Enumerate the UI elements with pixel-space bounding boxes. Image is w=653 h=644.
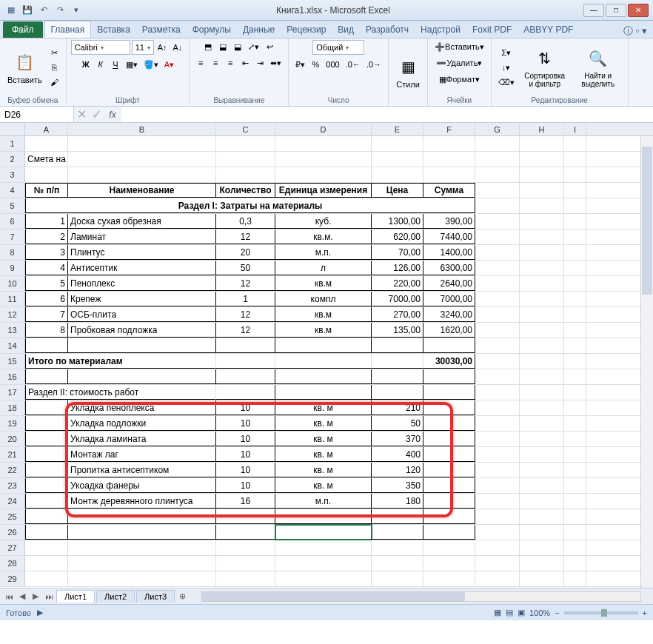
cell[interactable] <box>564 571 586 586</box>
cell[interactable] <box>564 152 586 167</box>
cell[interactable] <box>372 136 423 151</box>
cell[interactable]: 7000,00 <box>372 292 423 306</box>
cell[interactable] <box>520 167 564 182</box>
cell[interactable] <box>372 540 423 555</box>
tab-addins[interactable]: Надстрой <box>415 21 466 38</box>
row-header[interactable]: 27 <box>0 540 25 555</box>
cell[interactable] <box>564 183 586 198</box>
cell[interactable]: Пеноплекс <box>68 276 216 291</box>
tab-review[interactable]: Рецензир <box>281 21 332 38</box>
cell[interactable] <box>475 198 520 213</box>
col-header[interactable]: D <box>275 123 372 135</box>
cell[interactable]: 1 <box>216 292 275 306</box>
cell[interactable] <box>423 167 475 182</box>
cell[interactable] <box>68 525 216 540</box>
cell[interactable]: Плинтус <box>68 245 216 260</box>
cell[interactable] <box>564 540 586 555</box>
cell[interactable] <box>475 152 520 167</box>
cell[interactable] <box>564 214 586 229</box>
cell[interactable] <box>475 183 520 198</box>
macro-icon[interactable]: ▶ <box>37 608 43 617</box>
cell[interactable] <box>25 509 68 524</box>
cell[interactable] <box>423 463 475 477</box>
cell[interactable] <box>372 369 423 384</box>
row-header[interactable]: 8 <box>0 245 25 260</box>
row-header[interactable]: 13 <box>0 323 25 338</box>
cell[interactable] <box>520 136 564 151</box>
indent-dec-icon[interactable]: ⇤ <box>238 56 252 70</box>
cell[interactable] <box>475 385 520 400</box>
cell[interactable]: 180 <box>372 494 423 509</box>
save-icon[interactable]: 💾 <box>21 4 34 17</box>
cell[interactable] <box>520 463 564 477</box>
cell[interactable] <box>216 571 275 586</box>
cell[interactable] <box>475 540 520 555</box>
cell[interactable] <box>423 509 475 524</box>
sheet-nav-next-icon[interactable]: ▶ <box>30 591 41 601</box>
copy-icon[interactable]: ⎘ <box>48 61 61 74</box>
sheet-nav-last-icon[interactable]: ⏭ <box>43 592 55 601</box>
cell[interactable] <box>475 369 520 384</box>
inc-decimal-icon[interactable]: .0← <box>344 58 363 71</box>
cell[interactable] <box>423 338 475 353</box>
cell[interactable]: 50 <box>216 261 275 275</box>
cell[interactable] <box>475 261 520 275</box>
cell[interactable] <box>275 509 372 524</box>
row-header[interactable]: 28 <box>0 556 25 571</box>
cell[interactable] <box>564 354 586 369</box>
cell[interactable]: Количество <box>216 183 275 198</box>
cell[interactable] <box>216 385 275 400</box>
align-right-icon[interactable]: ≡ <box>224 56 237 70</box>
cell[interactable] <box>423 525 475 540</box>
cell[interactable] <box>372 556 423 571</box>
number-format-select[interactable]: Общий <box>312 40 364 55</box>
cell[interactable] <box>475 276 520 291</box>
cell[interactable]: 620,00 <box>372 229 423 244</box>
tab-abbyy[interactable]: ABBYY PDF <box>518 21 579 38</box>
cell[interactable] <box>423 494 475 509</box>
worksheet-grid[interactable]: A B C D E F G H I 12Смета на работы34№ п… <box>0 123 653 588</box>
zoom-out-icon[interactable]: − <box>555 608 559 617</box>
cell[interactable]: компл <box>275 292 372 306</box>
col-header[interactable]: I <box>564 123 586 135</box>
cell[interactable]: 12 <box>216 323 275 338</box>
merge-icon[interactable]: ⬌▾ <box>268 56 284 70</box>
cell[interactable]: Раздел II: стоимость работ <box>25 385 216 400</box>
cell[interactable] <box>520 323 564 338</box>
sheet-nav-prev-icon[interactable]: ◀ <box>16 591 28 601</box>
cell[interactable] <box>423 478 475 493</box>
tab-layout[interactable]: Разметка <box>136 21 187 38</box>
cell[interactable]: 7440,00 <box>423 229 475 244</box>
cell[interactable]: м.п. <box>275 494 372 509</box>
cell[interactable]: Раздел I: Затраты на материалы <box>25 198 475 213</box>
cell[interactable] <box>564 307 586 322</box>
formula-input[interactable] <box>121 107 653 122</box>
cell[interactable]: 2 <box>25 229 68 244</box>
row-header[interactable]: 11 <box>0 292 25 306</box>
cell[interactable] <box>423 540 475 555</box>
cell[interactable] <box>275 167 372 182</box>
font-color-button[interactable]: A▾ <box>162 58 176 71</box>
cell[interactable] <box>475 214 520 229</box>
col-header[interactable]: G <box>475 123 520 135</box>
clear-icon[interactable]: ⌫▾ <box>496 76 517 89</box>
align-bottom-icon[interactable]: ⬓ <box>231 40 244 53</box>
tab-foxit[interactable]: Foxit PDF <box>466 21 518 38</box>
sort-filter-button[interactable]: ⇅ Сортировка и фильтр <box>520 45 570 90</box>
cell[interactable]: кв. м <box>275 400 372 415</box>
cell[interactable] <box>423 571 475 586</box>
row-header[interactable]: 21 <box>0 447 25 462</box>
cell[interactable] <box>275 571 372 586</box>
sheet-tab[interactable]: Лист3 <box>136 590 175 603</box>
help-icon[interactable]: ⓘ ▫ ▾ <box>623 24 647 38</box>
cell[interactable] <box>25 369 68 384</box>
insert-cells-button[interactable]: ➕ Вставить ▾ <box>432 40 486 53</box>
fill-color-button[interactable]: 🪣▾ <box>141 58 161 71</box>
cell[interactable] <box>25 478 68 493</box>
col-header[interactable]: A <box>25 123 68 135</box>
cell[interactable] <box>475 556 520 571</box>
row-header[interactable]: 24 <box>0 494 25 509</box>
undo-icon[interactable]: ↶ <box>37 4 50 17</box>
row-header[interactable]: 6 <box>0 214 25 229</box>
cell[interactable] <box>275 540 372 555</box>
